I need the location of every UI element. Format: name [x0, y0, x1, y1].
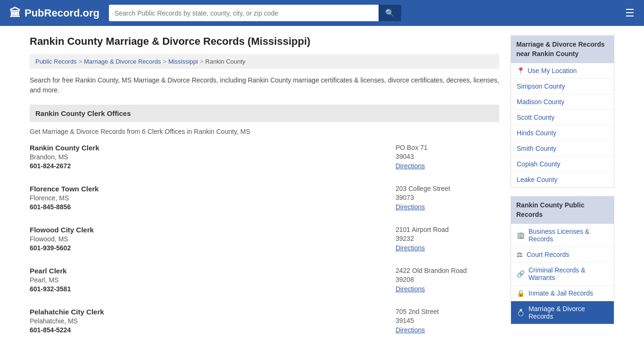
nearby-county-1[interactable]: Madison County	[511, 94, 614, 110]
record-link-3[interactable]: Inmate & Jail Records	[528, 289, 593, 297]
nearby-box: Marriage & Divorce Records near Rankin C…	[511, 35, 614, 188]
clerk-name-1: Florence Town Clerk	[30, 185, 99, 193]
page-wrapper: Rankin County Marriage & Divorce Records…	[20, 26, 624, 358]
clerk-name-0: Rankin County Clerk	[30, 144, 99, 152]
breadcrumb-sep-3: >	[200, 58, 204, 65]
public-records-box: Rankin County Public Records 🏢 Business …	[511, 196, 614, 324]
clerk-phone-1: 601-845-8856	[30, 203, 99, 211]
clerk-left-2: Flowood City Clerk Flowood, MS 601-939-5…	[30, 226, 94, 252]
nearby-county-link-4[interactable]: Smith County	[517, 145, 556, 152]
directions-link-0[interactable]: Directions	[396, 162, 425, 170]
clerk-left-4: Pelahatchie City Clerk Pelahatchie, MS 6…	[30, 308, 104, 334]
record-link-1[interactable]: Court Records	[527, 251, 569, 258]
clerk-zip-3: 39208	[396, 276, 499, 283]
clerk-address-3: 2422 Old Brandon Road	[396, 267, 499, 274]
record-icon-4: 💍	[517, 309, 525, 316]
menu-button[interactable]: ☰	[625, 7, 635, 19]
directions-link-2[interactable]: Directions	[396, 244, 425, 252]
nearby-county-5[interactable]: Copiah County	[511, 156, 614, 172]
nearby-county-link-1[interactable]: Madison County	[517, 98, 564, 106]
nearby-county-0[interactable]: Simpson County	[511, 79, 614, 94]
clerk-right-1: 203 College Street 39073 Directions	[396, 185, 499, 211]
search-icon: 🔍	[385, 9, 395, 17]
clerk-zip-1: 39073	[396, 194, 499, 201]
public-record-4[interactable]: 💍 Marriage & Divorce Records	[511, 301, 614, 324]
record-link-0[interactable]: Business Licenses & Records	[528, 228, 608, 243]
clerk-left-3: Pearl Clerk Pearl, MS 601-932-3581	[30, 267, 71, 293]
search-area: 🔍	[109, 5, 401, 21]
nearby-county-4[interactable]: Smith County	[511, 141, 614, 156]
clerk-zip-0: 39043	[396, 153, 499, 160]
clerk-right-4: 705 2nd Street 39145 Directions	[396, 308, 499, 334]
clerk-phone-2: 601-939-5602	[30, 244, 94, 252]
page-title: Rankin County Marriage & Divorce Records…	[30, 35, 499, 48]
clerk-left-0: Rankin County Clerk Brandon, MS 601-824-…	[30, 144, 99, 170]
clerk-address-1: 203 College Street	[396, 185, 499, 192]
nearby-county-link-5[interactable]: Copiah County	[517, 160, 561, 168]
page-description: Search for free Rankin County, MS Marria…	[30, 75, 499, 95]
nearby-county-link-0[interactable]: Simpson County	[517, 82, 565, 90]
search-input[interactable]	[109, 5, 379, 21]
public-record-0[interactable]: 🏢 Business Licenses & Records	[511, 224, 614, 247]
location-icon: 📍	[517, 67, 525, 74]
public-record-3[interactable]: 🔒 Inmate & Jail Records	[511, 286, 614, 301]
public-record-1[interactable]: ⚖ Court Records	[511, 247, 614, 263]
nearby-county-link-3[interactable]: Hinds County	[517, 129, 556, 137]
nearby-county-2[interactable]: Scott County	[511, 110, 614, 125]
clerk-right-0: PO Box 71 39043 Directions	[396, 144, 499, 170]
logo-icon: 🏛	[9, 7, 21, 20]
use-my-location[interactable]: 📍 Use My Location	[511, 63, 614, 79]
clerk-phone-0: 601-824-2672	[30, 162, 99, 170]
clerk-address-2: 2101 Airport Road	[396, 226, 499, 233]
search-button[interactable]: 🔍	[379, 5, 401, 21]
section-header: Rankin County Clerk Offices	[30, 105, 499, 122]
clerk-phone-3: 601-932-3581	[30, 285, 71, 293]
clerk-address-4: 705 2nd Street	[396, 308, 499, 315]
clerk-right-3: 2422 Old Brandon Road 39208 Directions	[396, 267, 499, 293]
breadcrumb-marriage-divorce[interactable]: Marriage & Divorce Records	[84, 58, 161, 65]
clerk-zip-2: 39232	[396, 235, 499, 242]
record-link-4[interactable]: Marriage & Divorce Records	[528, 305, 608, 320]
clerk-city-3: Pearl, MS	[30, 276, 71, 284]
record-icon-1: ⚖	[517, 251, 523, 258]
clerk-zip-4: 39145	[396, 317, 499, 324]
nearby-county-6[interactable]: Leake County	[511, 172, 614, 187]
nearby-county-link-6[interactable]: Leake County	[517, 176, 557, 183]
nearby-county-link-2[interactable]: Scott County	[517, 114, 554, 121]
clerk-entry: Rankin County Clerk Brandon, MS 601-824-…	[30, 144, 499, 174]
section-subtitle: Get Marriage & Divorce Records from 6 Cl…	[30, 128, 499, 135]
clerk-left-1: Florence Town Clerk Florence, MS 601-845…	[30, 185, 99, 211]
directions-link-1[interactable]: Directions	[396, 203, 425, 211]
clerk-city-4: Pelahatchie, MS	[30, 317, 104, 325]
clerk-phone-4: 601-854-5224	[30, 326, 104, 334]
clerk-entry: Pearl Clerk Pearl, MS 601-932-3581 2422 …	[30, 267, 499, 297]
breadcrumb-public-records[interactable]: Public Records	[35, 58, 76, 65]
public-records-header: Rankin County Public Records	[511, 196, 614, 224]
public-record-2[interactable]: 🔗 Criminal Records & Warrants	[511, 263, 614, 286]
record-link-2[interactable]: Criminal Records & Warrants	[528, 266, 608, 281]
clerk-name-3: Pearl Clerk	[30, 267, 71, 275]
breadcrumb-sep-2: >	[163, 58, 166, 65]
clerk-name-2: Flowood City Clerk	[30, 226, 94, 234]
sidebar: Marriage & Divorce Records near Rankin C…	[511, 35, 614, 349]
logo[interactable]: 🏛 PubRecord.org	[9, 7, 99, 20]
hamburger-icon: ☰	[625, 7, 635, 19]
nearby-county-3[interactable]: Hinds County	[511, 125, 614, 141]
clerk-entry: Florence Town Clerk Florence, MS 601-845…	[30, 185, 499, 215]
directions-link-4[interactable]: Directions	[396, 326, 425, 334]
main-content: Rankin County Marriage & Divorce Records…	[30, 35, 499, 349]
public-records-list: 🏢 Business Licenses & Records ⚖ Court Re…	[511, 224, 614, 324]
clerk-city-2: Flowood, MS	[30, 235, 94, 243]
clerk-city-0: Brandon, MS	[30, 153, 99, 161]
directions-link-3[interactable]: Directions	[396, 285, 425, 293]
logo-text: PubRecord.org	[25, 7, 99, 19]
clerk-entry: Pelahatchie City Clerk Pelahatchie, MS 6…	[30, 308, 499, 338]
clerk-address-0: PO Box 71	[396, 144, 499, 151]
site-header: 🏛 PubRecord.org 🔍 ☰	[0, 0, 644, 26]
clerk-list: Rankin County Clerk Brandon, MS 601-824-…	[30, 144, 499, 338]
breadcrumb-mississippi[interactable]: Mississippi	[168, 58, 198, 65]
clerk-entry: Flowood City Clerk Flowood, MS 601-939-5…	[30, 226, 499, 256]
clerk-right-2: 2101 Airport Road 39232 Directions	[396, 226, 499, 252]
breadcrumb-sep-1: >	[78, 58, 82, 65]
use-location-link[interactable]: Use My Location	[528, 67, 577, 74]
